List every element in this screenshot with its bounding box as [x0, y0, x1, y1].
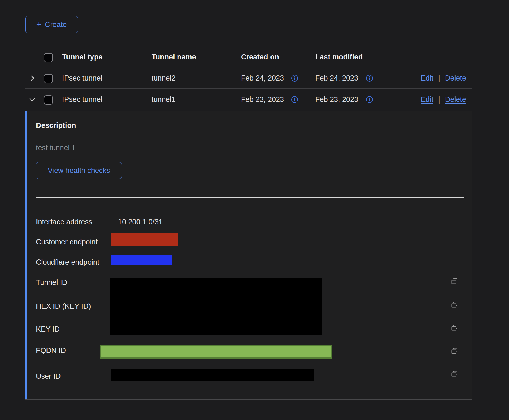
row-checkbox[interactable] [44, 74, 53, 83]
cloudflare-endpoint-label: Cloudflare endpoint [36, 257, 99, 268]
section-divider [36, 197, 464, 198]
key-id-label: KEY ID [36, 324, 60, 335]
plus-icon: + [36, 20, 42, 29]
delete-link[interactable]: Delete [445, 95, 466, 104]
chevron-right-icon[interactable] [29, 75, 36, 82]
column-header-last-modified: Last modified [315, 52, 363, 62]
view-health-checks-button[interactable]: View health checks [36, 162, 122, 179]
fqdn-id-label: FQDN ID [36, 345, 66, 356]
info-icon[interactable] [366, 96, 373, 103]
create-button-label: Create [45, 21, 67, 29]
copy-hex-id-button[interactable] [451, 301, 458, 308]
column-header-created-on: Created on [241, 52, 279, 62]
last-modified-cell: Feb 23, 2023 [315, 94, 358, 105]
panel-bottom-divider [25, 399, 472, 400]
user-id-redaction [111, 369, 314, 381]
tunnel-name-cell: tunnel1 [152, 94, 176, 105]
header-divider [25, 68, 472, 68]
row-actions: Edit|Delete [421, 73, 466, 84]
tunnel-type-cell: IPsec tunnel [62, 73, 102, 84]
cloudflare-endpoint-redaction [111, 255, 172, 265]
copy-icon [451, 347, 458, 355]
ids-redaction-block [110, 278, 322, 335]
copy-tunnel-id-button[interactable] [451, 277, 458, 285]
tunnels-page: + Create Tunnel type Tunnel name Created… [0, 0, 509, 420]
fqdn-id-redaction [100, 345, 332, 359]
delete-link[interactable]: Delete [445, 74, 466, 82]
customer-endpoint-redaction [111, 233, 178, 246]
tunnel-type-cell: IPsec tunnel [62, 94, 102, 105]
copy-key-id-button[interactable] [451, 324, 458, 331]
edit-link[interactable]: Edit [421, 74, 433, 82]
interface-address-label: Interface address [36, 216, 92, 227]
created-on-cell: Feb 23, 2023 [241, 94, 284, 105]
copy-fqdn-id-button[interactable] [451, 347, 458, 355]
copy-icon [451, 277, 458, 285]
edit-link[interactable]: Edit [421, 95, 433, 104]
actions-separator: | [438, 95, 440, 104]
column-header-tunnel-name: Tunnel name [152, 52, 196, 62]
tunnel-name-cell: tunnel2 [152, 73, 176, 84]
row-divider [25, 88, 472, 89]
chevron-down-icon[interactable] [29, 96, 36, 103]
copy-user-id-button[interactable] [451, 370, 458, 378]
copy-icon [451, 324, 458, 331]
customer-endpoint-label: Customer endpoint [36, 236, 98, 247]
copy-icon [451, 301, 458, 308]
info-icon[interactable] [366, 75, 373, 82]
copy-icon [451, 370, 458, 378]
hex-id-label: HEX ID (KEY ID) [36, 301, 91, 312]
tunnel-id-label: Tunnel ID [36, 277, 67, 288]
column-header-tunnel-type: Tunnel type [62, 52, 103, 62]
view-health-checks-label: View health checks [48, 166, 110, 175]
interface-address-value: 10.200.1.0/31 [118, 216, 163, 227]
expansion-accent-bar [25, 111, 27, 399]
user-id-label: User ID [36, 371, 61, 382]
created-on-cell: Feb 24, 2023 [241, 73, 284, 84]
info-icon[interactable] [291, 96, 298, 103]
description-label: Description [36, 120, 76, 131]
row-checkbox[interactable] [44, 95, 53, 105]
select-all-checkbox[interactable] [44, 53, 53, 62]
actions-separator: | [438, 74, 440, 82]
create-button[interactable]: + Create [25, 16, 78, 33]
last-modified-cell: Feb 24, 2023 [315, 73, 358, 84]
row-actions: Edit|Delete [421, 94, 466, 105]
description-value: test tunnel 1 [36, 142, 76, 153]
info-icon[interactable] [291, 75, 298, 82]
